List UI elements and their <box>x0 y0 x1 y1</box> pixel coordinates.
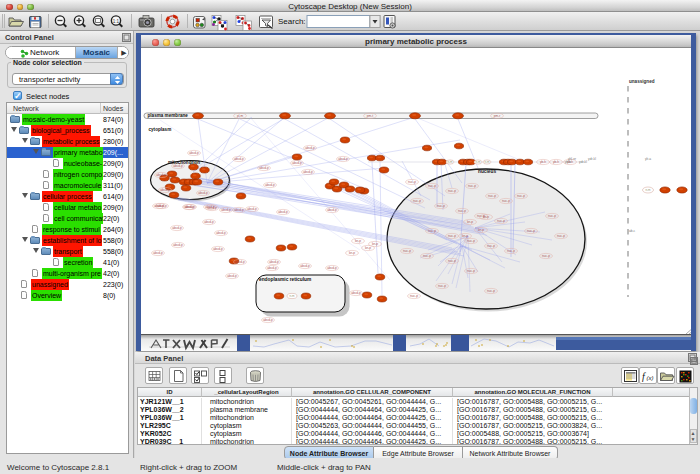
svg-text:ylr-a: ylr-a <box>645 157 651 161</box>
svg-text:nuc-p: nuc-p <box>448 234 456 238</box>
svg-text:abcd-p: abcd-p <box>173 164 183 168</box>
svg-text:nuc-p: nuc-p <box>428 229 436 233</box>
svg-text:abcd-p: abcd-p <box>172 226 182 230</box>
svg-text:nuc-p: nuc-p <box>413 199 421 203</box>
svg-text:nuc-p: nuc-p <box>557 234 565 238</box>
svg-text:n-m: n-m <box>289 294 295 298</box>
svg-text:yhl-er: yhl-er <box>568 157 577 161</box>
svg-text:abcd-p: abcd-p <box>216 231 226 235</box>
svg-text:yb-h: yb-h <box>540 160 546 164</box>
svg-text:abcd-p: abcd-p <box>204 220 214 224</box>
svg-text:abcd-p: abcd-p <box>154 204 164 208</box>
svg-text:abcd-p: abcd-p <box>292 161 302 165</box>
svg-text:abcd-p: abcd-p <box>303 170 313 174</box>
svg-text:nuc-p: nuc-p <box>403 249 411 253</box>
svg-text:nuc-p: nuc-p <box>497 219 505 223</box>
svg-text:nuc-p: nuc-p <box>507 249 515 253</box>
svg-text:abcd-p: abcd-p <box>213 247 223 251</box>
svg-text:abcd-p: abcd-p <box>198 191 208 195</box>
svg-text:n-m: n-m <box>484 160 490 164</box>
svg-text:ydr-kl: ydr-kl <box>588 157 596 161</box>
svg-text:abcd-p: abcd-p <box>267 266 277 270</box>
svg-text:kn-p: kn-p <box>349 251 355 255</box>
svg-text:plasma membrane: plasma membrane <box>148 113 189 118</box>
svg-text:1:1: 1:1 <box>113 19 120 24</box>
svg-text:nuc-p: nuc-p <box>468 184 476 188</box>
svg-text:kn-p: kn-p <box>478 228 484 232</box>
svg-text:nuc-p: nuc-p <box>448 259 456 263</box>
svg-text:nuc-p: nuc-p <box>437 204 445 208</box>
svg-text:nuc-p: nuc-p <box>448 189 456 193</box>
svg-text:abcd-p: abcd-p <box>338 157 348 161</box>
svg-text:kn-p: kn-p <box>483 215 489 219</box>
svg-text:abcd-p: abcd-p <box>227 274 237 278</box>
svg-text:Search:: Search: <box>278 17 306 26</box>
svg-text:kn-p: kn-p <box>365 246 371 250</box>
svg-text:mitochondrion: mitochondrion <box>168 160 200 165</box>
svg-text:endoplasmic reticulum: endoplasmic reticulum <box>259 277 311 282</box>
svg-text:n-m: n-m <box>645 188 651 192</box>
svg-text:cytoplasm: cytoplasm <box>149 127 172 132</box>
svg-text:kn-p: kn-p <box>355 239 361 243</box>
svg-text:pl-m: pl-m <box>237 114 244 118</box>
svg-text:nuc-p: nuc-p <box>527 229 535 233</box>
svg-text:abcd-p: abcd-p <box>234 157 244 161</box>
svg-text:nuc-p: nuc-p <box>467 239 475 243</box>
svg-text:abcd-p: abcd-p <box>189 151 199 155</box>
svg-text:abcd-p: abcd-p <box>269 260 279 264</box>
svg-text:nuc-p: nuc-p <box>467 269 475 273</box>
svg-text:nuc-p: nuc-p <box>548 214 556 218</box>
svg-text:ab-c: ab-c <box>629 229 636 233</box>
svg-text:abcd-p: abcd-p <box>153 251 163 255</box>
svg-text:pm-r: pm-r <box>494 114 501 118</box>
svg-text:abcd-p: abcd-p <box>207 206 217 210</box>
svg-text:abcd-p: abcd-p <box>327 208 337 212</box>
svg-text:abcd-p: abcd-p <box>156 173 166 177</box>
svg-text:nuc-p: nuc-p <box>502 199 510 203</box>
svg-text:abcd-p: abcd-p <box>185 205 195 209</box>
svg-text:abcd-p: abcd-p <box>265 183 275 187</box>
svg-text:abcd-p: abcd-p <box>221 208 231 212</box>
svg-text:nuc-p: nuc-p <box>423 254 431 258</box>
svg-text:nuc-p: nuc-p <box>408 180 416 184</box>
svg-text:nuc-p: nuc-p <box>458 209 466 213</box>
svg-text:abcd-p: abcd-p <box>235 260 245 264</box>
svg-text:kn-p: kn-p <box>372 242 378 246</box>
svg-text:abcd-p: abcd-p <box>300 264 310 268</box>
svg-text:unassigned: unassigned <box>629 79 655 84</box>
svg-text:n-m: n-m <box>447 160 453 164</box>
svg-text:abcd-p: abcd-p <box>259 166 269 170</box>
svg-text:abcd-p: abcd-p <box>247 207 257 211</box>
svg-text:kn-p: kn-p <box>462 234 468 238</box>
svg-text:n-m: n-m <box>475 160 481 164</box>
svg-text:nuc-p: nuc-p <box>438 284 446 288</box>
svg-text:abcd-p: abcd-p <box>351 291 361 295</box>
svg-text:nuc-p: nuc-p <box>410 294 418 298</box>
svg-text:nuc-p: nuc-p <box>542 254 550 258</box>
svg-text:kn-p: kn-p <box>467 220 473 224</box>
svg-text:nuc-p: nuc-p <box>488 194 496 198</box>
svg-text:abcd-p: abcd-p <box>234 208 244 212</box>
svg-text:abcd-p: abcd-p <box>278 210 288 214</box>
svg-text:nucleus: nucleus <box>478 169 496 174</box>
svg-text:abcd-p: abcd-p <box>327 266 337 270</box>
svg-text:nuc-p: nuc-p <box>428 184 436 188</box>
svg-text:abcd-p: abcd-p <box>160 188 170 192</box>
svg-text:abcd-p: abcd-p <box>305 146 315 150</box>
svg-text:(x): (x) <box>647 375 654 381</box>
svg-text:f: f <box>642 371 646 382</box>
svg-text:abcd-p: abcd-p <box>173 243 183 247</box>
svg-text:abcd-p: abcd-p <box>263 318 273 322</box>
svg-text:ydr-kl: ydr-kl <box>579 160 587 164</box>
svg-text:nuc-p: nuc-p <box>487 244 495 248</box>
svg-text:nuc-p: nuc-p <box>487 289 495 293</box>
svg-text:yb-h: yb-h <box>553 160 559 164</box>
svg-text:nuc-p: nuc-p <box>517 194 525 198</box>
svg-text:pm-t: pm-t <box>367 114 373 118</box>
